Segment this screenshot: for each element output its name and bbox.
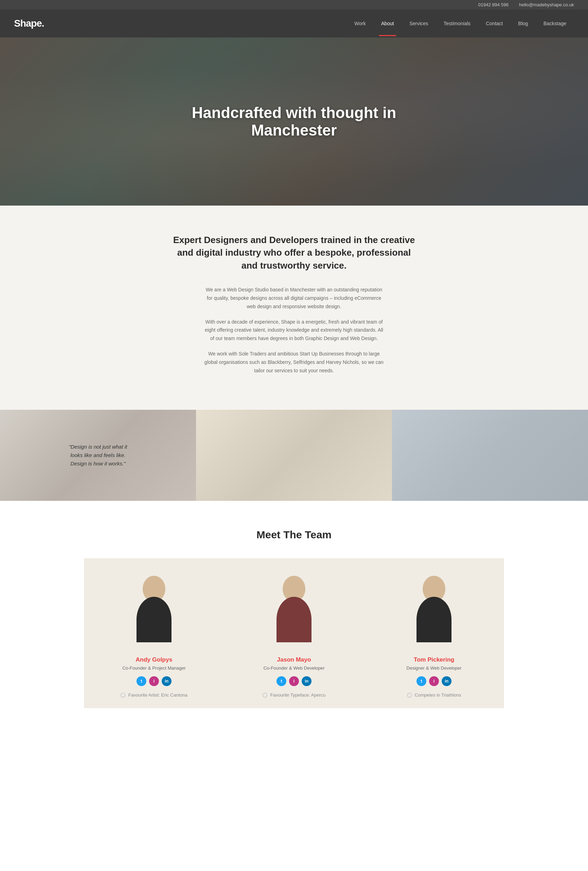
top-bar: 01942 894 596 hello@madebyshape.co.uk (0, 0, 588, 9)
team-heading: Meet The Team (14, 529, 574, 541)
photo-strip-item-1: "Design is not just what it looks like a… (0, 410, 196, 501)
instagram-icon-andy[interactable]: i (149, 676, 159, 686)
team-name-tom: Tom Pickering (371, 656, 497, 663)
team-name-jason: Jason Mayo (231, 656, 357, 663)
nav-item-testimonials[interactable]: Testimonials (436, 11, 478, 36)
team-fact-tom: Competes in Triathlons (371, 692, 497, 697)
about-para3: We work with Sole Traders and ambitious … (203, 350, 385, 375)
photo-strip-item-2 (196, 410, 392, 501)
fact-dot-jason (263, 693, 267, 697)
hero-headline: Handcrafted with thought in Manchester (172, 104, 416, 139)
nav-link-testimonials[interactable]: Testimonials (436, 11, 478, 36)
team-card-andy: Andy Golpys Co-Founder & Project Manager… (84, 558, 224, 708)
phone-number: 01942 894 596 (478, 2, 509, 7)
avatar-figure-andy (130, 576, 179, 649)
hero-section: Handcrafted with thought in Manchester (0, 37, 588, 206)
social-icons-tom: t i in (371, 676, 497, 686)
team-fact-jason: Favourite Typeface: Apercu (231, 692, 357, 697)
avatar-body-jason (276, 597, 312, 642)
design-quote: "Design is not just what it looks like a… (60, 436, 136, 475)
photo-strip-item-3 (392, 410, 588, 501)
twitter-icon-jason[interactable]: t (276, 676, 286, 686)
avatar-body-tom (416, 597, 452, 642)
about-para2: With over a decade of experience, Shape … (203, 318, 385, 343)
email-address: hello@madebyshape.co.uk (519, 2, 574, 7)
nav-link-services[interactable]: Services (402, 11, 436, 36)
team-fact-andy: Favourite Artist: Eric Cantona (91, 692, 217, 697)
team-role-tom: Designer & Web Developer (371, 665, 497, 670)
team-grid: Andy Golpys Co-Founder & Project Manager… (84, 558, 504, 708)
linkedin-icon-andy[interactable]: in (162, 676, 172, 686)
about-tagline: Expert Designers and Developers trained … (172, 233, 416, 272)
social-icons-jason: t i in (231, 676, 357, 686)
nav-link-backstage[interactable]: Backstage (536, 11, 574, 36)
linkedin-icon-jason[interactable]: in (302, 676, 312, 686)
team-section: Meet The Team Andy Golpys Co-Founder & P… (0, 501, 588, 736)
twitter-icon-andy[interactable]: t (136, 676, 146, 686)
nav-link-about[interactable]: About (373, 11, 402, 36)
avatar-body-andy (136, 597, 172, 642)
team-role-andy: Co-Founder & Project Manager (91, 665, 217, 670)
hero-content: Handcrafted with thought in Manchester (172, 104, 416, 139)
nav-link-blog[interactable]: Blog (510, 11, 536, 36)
nav-link-work[interactable]: Work (347, 11, 373, 36)
fact-text-jason: Favourite Typeface: Apercu (270, 692, 325, 697)
about-section: Expert Designers and Developers trained … (0, 206, 588, 410)
nav-item-work[interactable]: Work (347, 11, 373, 36)
nav-item-backstage[interactable]: Backstage (536, 11, 574, 36)
twitter-icon-tom[interactable]: t (416, 676, 426, 686)
nav-link-contact[interactable]: Contact (478, 11, 510, 36)
team-role-jason: Co-Founder & Web Developer (231, 665, 357, 670)
linkedin-icon-tom[interactable]: in (442, 676, 452, 686)
fact-text-andy: Favourite Artist: Eric Cantona (128, 692, 187, 697)
nav-item-contact[interactable]: Contact (478, 11, 510, 36)
avatar-figure-tom (409, 576, 458, 649)
avatar-tom (403, 572, 466, 649)
avatar-jason (263, 572, 325, 649)
nav-item-services[interactable]: Services (402, 11, 436, 36)
nav-item-about[interactable]: About (373, 11, 402, 36)
instagram-icon-jason[interactable]: i (289, 676, 299, 686)
team-name-andy: Andy Golpys (91, 656, 217, 663)
nav-links: Work About Services Testimonials Contact… (347, 11, 574, 36)
main-nav: Shape. Work About Services Testimonials … (0, 9, 588, 37)
avatar-andy (122, 572, 185, 649)
photo-strip: "Design is not just what it looks like a… (0, 410, 588, 501)
avatar-figure-jason (270, 576, 318, 649)
logo[interactable]: Shape. (14, 18, 347, 29)
fact-dot-tom (407, 693, 412, 697)
team-card-jason: Jason Mayo Co-Founder & Web Developer t … (224, 558, 364, 708)
social-icons-andy: t i in (91, 676, 217, 686)
nav-item-blog[interactable]: Blog (510, 11, 536, 36)
instagram-icon-tom[interactable]: i (429, 676, 439, 686)
fact-text-tom: Competes in Triathlons (415, 692, 461, 697)
team-card-tom: Tom Pickering Designer & Web Developer t… (364, 558, 504, 708)
about-para1: We are a Web Design Studio based in Manc… (203, 286, 385, 311)
fact-dot-andy (120, 693, 125, 697)
